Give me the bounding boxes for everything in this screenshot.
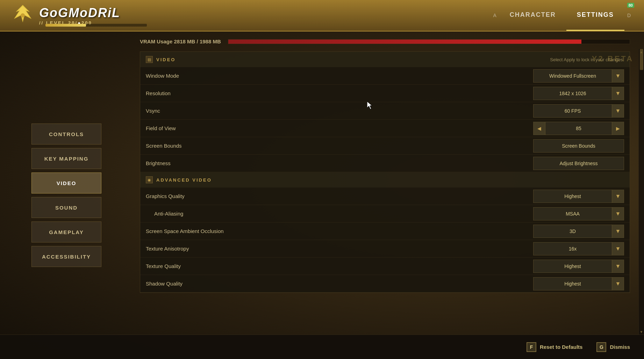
setting-ssao: Screen Space Ambient Occlusion 3D ▼ [140, 223, 630, 240]
graphics-quality-dropdown[interactable]: Highest ▼ [533, 190, 624, 203]
setting-screen-bounds: Screen Bounds Screen Bounds [140, 137, 630, 155]
setting-vsync-label: Vsync [146, 108, 533, 114]
setting-resolution: Resolution 644 x 359 ▼ [140, 85, 630, 102]
setting-resolution-label: Resolution [146, 90, 533, 96]
fov-stepper[interactable]: ◀ 85 ▶ [533, 122, 624, 135]
video-section-note: Select Apply to lock in your changes. [550, 57, 624, 62]
setting-fov-control: ◀ 85 ▶ [533, 122, 624, 135]
settings-panel[interactable]: ▤ VIDEO Select Apply to lock in your cha… [140, 51, 630, 293]
vsync-arrow[interactable]: ▼ [612, 104, 624, 118]
resolution-dropdown[interactable]: 644 x 359 ▼ [533, 87, 624, 100]
sidebar-item-key-mapping[interactable]: KEY MAPPING [31, 148, 101, 169]
ssao-arrow[interactable]: ▼ [612, 225, 624, 238]
svg-point-2 [21, 13, 25, 17]
video-section-icon: ▤ [146, 56, 153, 63]
anti-aliasing-value: MSAA [534, 211, 612, 217]
shadow-quality-arrow[interactable]: ▼ [612, 277, 624, 290]
settings-key-icon: D [627, 13, 631, 18]
dismiss-label: Dismiss [610, 344, 630, 350]
setting-brightness-label: Brightness [146, 160, 533, 166]
texture-anisotropy-arrow[interactable]: ▼ [612, 242, 624, 255]
setting-graphics-quality-control: Highest ▼ [533, 190, 624, 203]
texture-quality-value: Highest [534, 263, 612, 269]
vram-bar [228, 39, 630, 44]
graphics-quality-value: Highest [534, 193, 612, 199]
bottom-bar: F Reset to Defaults G Dismiss [0, 335, 644, 359]
advanced-video-section-header: ◉ ADVANCED VIDEO [140, 172, 630, 188]
setting-window-mode-label: Window Mode [146, 73, 533, 79]
vram-bar-fill [228, 40, 581, 44]
logo-text: GoGMoDRiL // LEVEL 20/●200 [39, 6, 120, 26]
char-key-icon: A [493, 13, 496, 18]
setting-texture-anisotropy: Texture Anisotropy 16x ▼ [140, 240, 630, 258]
texture-quality-arrow[interactable]: ▼ [612, 260, 624, 273]
reset-key-icon: F [527, 342, 536, 352]
logo-bird-icon [10, 3, 35, 28]
video-section-title: VIDEO [156, 57, 176, 62]
vsync-value: 60 FPS [534, 108, 612, 114]
setting-window-mode: Window Mode Windowed Fullscreen ▼ [140, 67, 630, 85]
setting-resolution-control: 644 x 359 ▼ [533, 87, 624, 100]
setting-screen-bounds-label: Screen Bounds [146, 143, 533, 149]
dismiss-key-icon: G [596, 342, 606, 352]
ssao-dropdown[interactable]: 3D ▼ [533, 225, 624, 238]
setting-graphics-quality: Graphics Quality Highest ▼ [140, 188, 630, 205]
sidebar-item-controls[interactable]: CONTROLS [31, 124, 101, 145]
xp-progress-fill [45, 24, 86, 27]
xp-progress-bar [45, 24, 147, 27]
setting-texture-anisotropy-control: 16x ▼ [533, 242, 624, 255]
vsync-dropdown[interactable]: 60 FPS ▼ [533, 104, 624, 118]
setting-vsync-control: 60 FPS ▼ [533, 104, 624, 118]
svg-marker-1 [16, 6, 30, 20]
setting-fov: Field of View ◀ 85 ▶ [140, 120, 630, 137]
graphics-quality-arrow[interactable]: ▼ [612, 190, 624, 203]
sidebar: CONTROLS KEY MAPPING VIDEO SOUND GAMEPLA… [0, 31, 133, 359]
setting-fov-label: Field of View [146, 125, 533, 131]
fov-decrement-button[interactable]: ◀ [534, 122, 545, 135]
anti-aliasing-dropdown[interactable]: MSAA ▼ [533, 207, 624, 220]
window-mode-value: Windowed Fullscreen [534, 73, 612, 79]
advanced-video-icon: ◉ [146, 176, 153, 183]
texture-quality-dropdown[interactable]: Highest ▼ [533, 260, 624, 273]
tab-settings[interactable]: SETTINGS [566, 0, 624, 31]
window-mode-arrow[interactable]: ▼ [612, 69, 624, 83]
sidebar-item-video[interactable]: VIDEO [31, 173, 101, 193]
fov-value: 85 [545, 126, 612, 131]
reset-defaults-action[interactable]: F Reset to Defaults [527, 342, 583, 352]
screen-bounds-button[interactable]: Screen Bounds [533, 139, 624, 153]
shadow-quality-dropdown[interactable]: Highest ▼ [533, 277, 624, 290]
advanced-video-title: ADVANCED VIDEO [156, 177, 212, 183]
ssao-value: 3D [534, 228, 612, 234]
dismiss-action[interactable]: G Dismiss [596, 342, 630, 352]
shadow-quality-value: Highest [534, 281, 612, 287]
video-section-header: ▤ VIDEO Select Apply to lock in your cha… [140, 52, 630, 67]
tab-character[interactable]: CHARACTER [499, 0, 566, 31]
setting-ssao-control: 3D ▼ [533, 225, 624, 238]
setting-screen-bounds-control: Screen Bounds [533, 139, 624, 153]
setting-window-mode-control: Windowed Fullscreen ▼ [533, 69, 624, 83]
setting-texture-quality-label: Texture Quality [146, 263, 533, 269]
resolution-value: 644 x 359 [534, 91, 612, 96]
top-bar: GoGMoDRiL // LEVEL 20/●200 A CHARACTER S… [0, 0, 644, 31]
setting-shadow-quality: Shadow Quality Highest ▼ [140, 275, 630, 293]
sidebar-item-gameplay[interactable]: GAMEPLAY [31, 221, 101, 242]
vram-section: VRAM Usage 2818 MB / 1988 MB [140, 38, 630, 44]
resolution-arrow[interactable]: ▼ [612, 87, 624, 100]
sidebar-item-sound[interactable]: SOUND [31, 197, 101, 218]
texture-anisotropy-dropdown[interactable]: 16x ▼ [533, 242, 624, 255]
setting-brightness-control: Adjust Brightness [533, 157, 624, 170]
setting-texture-anisotropy-label: Texture Anisotropy [146, 246, 533, 252]
fov-increment-button[interactable]: ▶ [612, 122, 624, 135]
sidebar-item-accessibility[interactable]: ACCESSIBILITY [31, 246, 101, 267]
app-title: GoGMoDRiL [39, 6, 120, 20]
setting-anti-aliasing: Anti-Aliasing MSAA ▼ [140, 205, 630, 223]
setting-texture-quality: Texture Quality Highest ▼ [140, 258, 630, 275]
setting-anti-aliasing-control: MSAA ▼ [533, 207, 624, 220]
setting-ssao-label: Screen Space Ambient Occlusion [146, 228, 533, 234]
anti-aliasing-arrow[interactable]: ▼ [612, 207, 624, 220]
window-mode-dropdown[interactable]: Windowed Fullscreen ▼ [533, 69, 624, 83]
texture-anisotropy-value: 16x [534, 246, 612, 252]
setting-graphics-quality-label: Graphics Quality [146, 193, 533, 199]
nav-tabs: A CHARACTER SETTINGS D [491, 0, 644, 31]
brightness-button[interactable]: Adjust Brightness [533, 157, 624, 170]
